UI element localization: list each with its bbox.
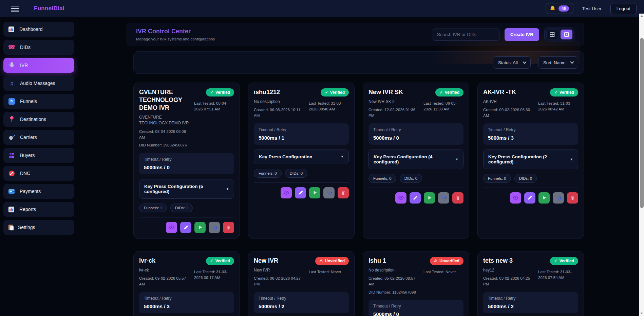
status-badge-label: Verified bbox=[445, 90, 459, 95]
ivr-card: New IVR New IVR Created: 06-02-2026 04:2… bbox=[248, 251, 355, 316]
ivr-card-created: Created: 09-02-2026 06:30 AM bbox=[483, 107, 535, 118]
delete-ivr-button[interactable] bbox=[223, 222, 234, 233]
status-badge-icon: ✓ bbox=[554, 91, 557, 94]
keypress-config-dropdown[interactable]: Key Press Configuration (2 configured) ▼ bbox=[483, 150, 578, 169]
scroll-up-arrow[interactable] bbox=[639, 14, 644, 18]
ivr-card-description: No description bbox=[368, 267, 420, 273]
diagnostics-button[interactable] bbox=[323, 187, 335, 198]
dnc-icon bbox=[8, 170, 15, 177]
keypress-config-dropdown[interactable]: Key Press Configuration ▼ bbox=[254, 150, 349, 164]
ivr-card-created: Created: 05-02-2026 08:57 AM bbox=[368, 276, 420, 287]
trash-icon bbox=[455, 195, 460, 200]
sidebar-item-buyers[interactable]: Buyers bbox=[3, 148, 74, 163]
diagnostics-button[interactable] bbox=[209, 222, 220, 233]
sidebar-item-payments[interactable]: Payments bbox=[3, 184, 74, 199]
topbar: FunnelDial 46 Test User Logout bbox=[0, 0, 644, 17]
logout-button[interactable]: Logout bbox=[610, 3, 637, 14]
status-filter-select[interactable]: Status: All bbox=[493, 56, 531, 69]
view-ivr-button[interactable] bbox=[510, 192, 521, 204]
ivr-card: ivr-ck ivr-ck Created: 09-02-2026 05:57 … bbox=[133, 251, 240, 316]
timeout-retry-value: 5000ms / 0 bbox=[144, 164, 229, 170]
ivr-card-last-tested: Last Tested: 31-03-2026 08:48 AM bbox=[309, 101, 349, 112]
keypress-config-dropdown[interactable]: Key Press Configuration (4 configured) ▼ bbox=[368, 150, 463, 169]
view-ivr-button[interactable] bbox=[166, 222, 177, 233]
edit-ivr-button[interactable] bbox=[524, 192, 535, 204]
edit-ivr-button[interactable] bbox=[410, 192, 421, 204]
hamburger-menu-icon[interactable] bbox=[11, 6, 19, 12]
sort-filter-select[interactable]: Sort: Name bbox=[538, 56, 578, 69]
ivr-card-created: Created: 08-04-2026 06:08 AM bbox=[139, 129, 191, 140]
view-ivr-button[interactable] bbox=[281, 187, 292, 198]
test-call-button[interactable] bbox=[309, 187, 320, 198]
timeout-retry-label: Timeout / Retry bbox=[373, 304, 459, 309]
test-call-button[interactable] bbox=[538, 192, 550, 204]
sidebar-item-settings[interactable]: Settings bbox=[3, 220, 74, 235]
main-content: IVR Control Center Manage your IVR syste… bbox=[78, 17, 644, 316]
sidebar-item-dids[interactable]: DIDs bbox=[3, 40, 74, 55]
test-call-button[interactable] bbox=[194, 222, 206, 233]
diagnostics-button[interactable] bbox=[553, 192, 564, 204]
search-input[interactable] bbox=[433, 29, 499, 41]
ivr-card-title: ishu 1 bbox=[368, 257, 420, 265]
status-badge: ✓ Verified bbox=[206, 88, 234, 96]
status-badge-label: Verified bbox=[560, 90, 574, 95]
ivr-card-created: Created: 06-02-2026 04:27 PM bbox=[254, 276, 305, 287]
timeout-retry-label: Timeout / Retry bbox=[488, 127, 573, 132]
delete-ivr-button[interactable] bbox=[452, 192, 463, 204]
stethoscope-icon bbox=[555, 195, 562, 201]
keypress-config-dropdown[interactable]: Key Press Configuration (5 configured) ▼ bbox=[139, 179, 234, 199]
ivr-card-last-tested: Last Tested: 31-03-2026 08:42 AM bbox=[538, 101, 578, 112]
keypress-config-label: Key Press Configuration (2 configured) bbox=[488, 154, 567, 164]
sidebar-item-reports[interactable]: Reports bbox=[3, 202, 74, 217]
sidebar-item-dashboard[interactable]: Dashboard bbox=[3, 22, 74, 37]
divider bbox=[254, 182, 349, 183]
create-ivr-button[interactable]: Create IVR bbox=[505, 28, 539, 41]
trash-icon bbox=[226, 225, 231, 230]
timeout-retry-box: Timeout / Retry 5000ms / 2 bbox=[254, 292, 349, 313]
timeout-retry-value: 5000ms / 3 bbox=[144, 303, 229, 309]
eye-icon bbox=[283, 190, 289, 196]
chevron-down-icon: ▼ bbox=[341, 155, 344, 158]
status-badge-label: Verified bbox=[560, 259, 574, 263]
pencil-icon bbox=[298, 190, 303, 195]
sidebar-item-dnc[interactable]: DNC bbox=[3, 166, 74, 181]
view-ivr-button[interactable] bbox=[395, 192, 406, 204]
card-view-button[interactable] bbox=[561, 30, 572, 39]
sidebar-item-funnels[interactable]: Funnels bbox=[3, 94, 74, 109]
table-view-button[interactable] bbox=[546, 30, 558, 39]
play-icon bbox=[427, 195, 432, 200]
notifications-button[interactable]: 46 bbox=[546, 3, 573, 14]
dish-icon bbox=[8, 134, 15, 141]
timeout-retry-value: 5000ms / 0 bbox=[373, 135, 459, 141]
sidebar-item-label: Payments bbox=[20, 189, 41, 194]
diagnostics-button[interactable] bbox=[438, 192, 449, 204]
vertical-scrollbar[interactable] bbox=[639, 14, 644, 316]
status-badge: ✓ Verified bbox=[321, 88, 349, 96]
filter-bar: Status: All Sort: Name bbox=[133, 51, 584, 74]
ivr-card-title: New IVR bbox=[254, 257, 305, 265]
sidebar-item-audio-messages[interactable]: Audio Messages bbox=[3, 76, 74, 91]
edit-ivr-button[interactable] bbox=[295, 187, 306, 198]
sidebar-item-ivr[interactable]: IVR bbox=[3, 58, 74, 73]
delete-ivr-button[interactable] bbox=[567, 192, 578, 204]
pin-icon bbox=[8, 116, 15, 123]
sidebar-item-label: Carriers bbox=[20, 135, 37, 140]
sidebar-item-label: Destinations bbox=[20, 117, 46, 122]
divider bbox=[139, 217, 234, 217]
sidebar-item-carriers[interactable]: Carriers bbox=[3, 130, 74, 145]
test-call-button[interactable] bbox=[424, 192, 435, 204]
scrollbar-thumb[interactable] bbox=[640, 38, 644, 208]
chevron-down-icon: ▼ bbox=[226, 187, 229, 191]
chart-icon bbox=[8, 207, 14, 212]
stethoscope-icon bbox=[326, 190, 332, 196]
ivr-card: AK-IVR -TK AK-IVR Created: 09-02-2026 06… bbox=[477, 83, 584, 239]
page-header-panel: IVR Control Center Manage your IVR syste… bbox=[127, 23, 584, 46]
ivr-card-last-tested: Last Tested: Never bbox=[309, 269, 349, 275]
ivr-card-description: No description bbox=[254, 99, 305, 105]
sidebar-item-destinations[interactable]: Destinations bbox=[3, 112, 74, 127]
ivr-card-title: ishu1212 bbox=[254, 88, 305, 96]
edit-ivr-button[interactable] bbox=[180, 222, 191, 233]
timeout-retry-label: Timeout / Retry bbox=[144, 296, 229, 301]
scroll-down-arrow[interactable] bbox=[639, 311, 644, 316]
delete-ivr-button[interactable] bbox=[338, 187, 349, 198]
